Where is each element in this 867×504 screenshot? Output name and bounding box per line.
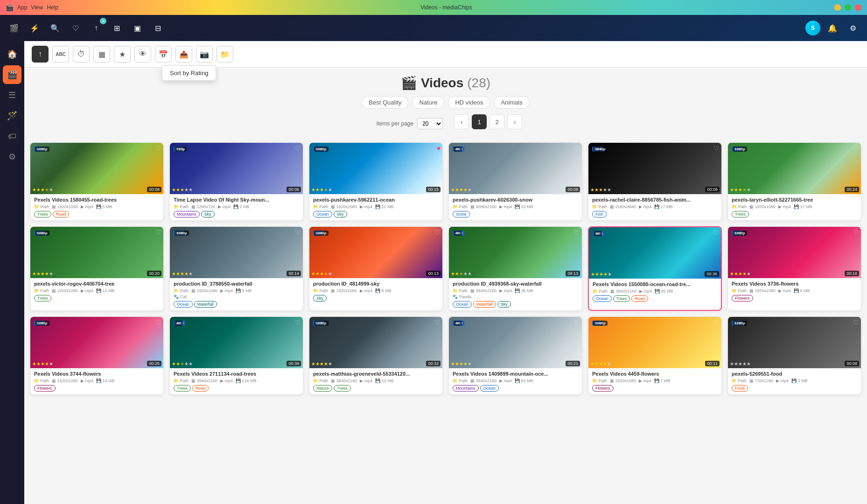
grid2-icon-btn[interactable]: ⊟ (149, 20, 166, 36)
sort-abc-btn[interactable]: ABC (52, 46, 69, 63)
like-button[interactable]: ♡ (853, 319, 859, 326)
search-icon-btn[interactable]: 🔍 (47, 20, 63, 36)
settings-icon-btn[interactable]: ⚙ (845, 20, 861, 36)
like-button[interactable]: ♡ (853, 145, 859, 152)
sort-export-btn[interactable]: 📤 (175, 46, 192, 63)
video-card[interactable]: FHD 1080p ♥ ★★★★★ 00:15 pexels-pushkarev… (309, 142, 443, 221)
video-card[interactable]: UHD 4K ♡ ★★★★★ 00:08 pexels-pushkarev-60… (448, 142, 582, 221)
video-tag[interactable]: Ocean (593, 295, 612, 302)
like-button[interactable]: ♥ (437, 145, 440, 152)
chip-best-quality[interactable]: Best Quality (362, 96, 408, 109)
video-tag[interactable]: Ocean (313, 211, 332, 217)
video-card[interactable]: FHD 1280p ♡ ★★★★★ 00:08 pexels-5269551-f… (727, 316, 861, 395)
video-card[interactable]: FHD 720p ♡ ★★★★★ 00:06 Time Lapse Video … (169, 142, 303, 221)
like-button[interactable]: ♡ (155, 229, 161, 236)
maximize-button[interactable] (845, 4, 851, 11)
like-button[interactable]: ♡ (434, 319, 440, 326)
like-button[interactable]: ♡ (155, 319, 161, 326)
sort-camera-btn[interactable]: 📷 (196, 46, 213, 63)
filter-icon-btn[interactable]: ⚡ (26, 20, 43, 36)
minimize-button[interactable] (834, 4, 841, 11)
video-tag[interactable]: Road (631, 295, 648, 302)
sort-views-btn[interactable]: 👁 (134, 46, 151, 63)
video-card[interactable]: UHD 4K ♡ ★★★★★ 00:21 Pexels Videos 14098… (448, 316, 582, 395)
like-button[interactable]: ♡ (155, 145, 161, 152)
video-tag[interactable]: Trees (174, 385, 191, 392)
page-2-btn[interactable]: 2 (489, 114, 504, 129)
sort-date-btn[interactable]: 📅 (155, 46, 172, 63)
video-card[interactable]: FHD 1080p ♡ ★★★★★ 00:33 pexels-matthias-… (309, 316, 443, 395)
video-tag[interactable]: Trees (334, 385, 351, 392)
chip-nature[interactable]: Nature (412, 96, 444, 109)
video-tag[interactable]: Mountains (453, 385, 479, 392)
like-button[interactable]: ♡ (434, 229, 440, 236)
sidebar-item-list[interactable]: ☰ (3, 86, 21, 105)
video-card[interactable]: FHD 3840p ♡ ★★★★★ 00:06 pexels-rachel-cl… (588, 142, 722, 221)
video-card[interactable]: FHD 1080p ♡ ★★★★★ 00:13 production ID_48… (309, 226, 443, 311)
like-button[interactable]: ♡ (574, 229, 580, 236)
sidebar-item-settings[interactable]: ⚙ (3, 147, 21, 166)
video-card[interactable]: FHD 1080p ♡ ★★★★★ 00:11 Pexels Videos 44… (588, 316, 722, 395)
sort-folder-btn[interactable]: 📁 (217, 46, 233, 63)
video-tag[interactable]: Sky (497, 301, 511, 308)
video-tag[interactable]: Ocean (453, 301, 472, 308)
sidebar-item-video[interactable]: 🎬 (3, 65, 21, 84)
video-card[interactable]: UHD 4K ♡ ★★★★★ 00:39 Pexels Videos 27111… (169, 316, 303, 395)
video-tag[interactable]: Flowers (592, 385, 614, 392)
video-tag[interactable]: Trees (34, 295, 51, 301)
page-1-btn[interactable]: 1 (472, 114, 487, 129)
video-tag[interactable]: Ocean (174, 301, 193, 308)
video-tag[interactable]: Mountains (174, 211, 200, 217)
sort-duration-btn[interactable]: ⏱ (73, 46, 90, 63)
like-button[interactable]: ♡ (853, 229, 859, 236)
sort-rating-btn[interactable]: ★ (114, 46, 131, 63)
video-tag[interactable]: Fish (592, 211, 607, 217)
video-tag[interactable]: Waterfall (194, 301, 217, 308)
video-tag[interactable]: Flowers (34, 385, 56, 392)
video-tag[interactable]: Nature (313, 385, 332, 392)
close-button[interactable] (855, 4, 861, 11)
video-card[interactable]: FHD 1080p ♡ ★★★★★ 00:14 production ID_37… (169, 226, 303, 311)
video-tag[interactable]: Road (53, 211, 70, 217)
sidebar-item-home[interactable]: 🏠 (3, 45, 21, 63)
video-tag[interactable]: Sky (313, 295, 327, 301)
frame-icon-btn[interactable]: ▣ (129, 20, 146, 36)
video-tag[interactable]: Food (732, 385, 748, 392)
video-tag[interactable]: Snow (453, 211, 470, 217)
sort-upload-btn[interactable]: ↑ (32, 46, 49, 63)
grid-icon-btn[interactable]: ⊞ (108, 20, 125, 36)
video-icon-btn[interactable]: 🎬 (6, 20, 22, 36)
video-tag[interactable]: Waterfall (473, 301, 496, 308)
video-tag[interactable]: Flowers (732, 295, 753, 301)
video-tag[interactable]: Trees (613, 295, 630, 302)
like-button[interactable]: ♡ (295, 319, 301, 326)
like-button[interactable]: ♡ (295, 229, 301, 236)
chip-hd-videos[interactable]: HD videos (448, 96, 490, 109)
favorites-icon-btn[interactable]: ♡ (67, 20, 84, 36)
prev-page-btn[interactable]: ‹ (454, 114, 469, 129)
video-tag[interactable]: Trees (34, 211, 51, 217)
video-tag[interactable]: Trees (732, 211, 749, 217)
menu-view[interactable]: View (31, 4, 43, 11)
video-card[interactable]: UHD 4K ♡ ★★★★★ 09:13 production ID_49393… (448, 226, 582, 311)
items-per-page-select[interactable]: 10 20 50 100 (417, 118, 443, 129)
next-page-btn[interactable]: › (507, 114, 522, 129)
chip-animals[interactable]: Animals (494, 96, 529, 109)
sort-resolution-btn[interactable]: ▦ (93, 46, 110, 63)
notifications-icon-btn[interactable]: 🔔 (824, 20, 841, 36)
video-tag[interactable]: Sky (334, 211, 347, 217)
user-avatar[interactable]: S (805, 21, 820, 35)
menu-help[interactable]: Help (47, 4, 58, 11)
sidebar-item-wand[interactable]: 🪄 (3, 106, 21, 125)
video-card[interactable]: UHD 4K ♡ ★★★★★ 00:36 Pexels Videos 15500… (588, 226, 722, 311)
video-card[interactable]: FHD 1080p ♡ ★★★★★ 00:16 Pexels Videos 37… (727, 226, 861, 311)
video-tag[interactable]: Sky (201, 211, 215, 217)
video-card[interactable]: FHD 1080p ♡ ★★★★★ 00:20 pexels-victor-ro… (30, 226, 164, 311)
like-button[interactable]: ♡ (713, 319, 720, 326)
video-card[interactable]: FHD 1080p ♡ ★★★★★ 00:24 pexels-taryn-ell… (727, 142, 861, 221)
like-button[interactable]: ♡ (574, 145, 580, 152)
upload-icon-btn[interactable]: ↑ ★ (88, 20, 105, 36)
video-card[interactable]: FHD 1080p ♡ ★★★★★ 00:25 Pexels Videos 37… (30, 316, 164, 395)
video-card[interactable]: FHD 1080p ♡ ★★★★★ 00:08 Pexels Videos 15… (30, 142, 164, 221)
video-tag[interactable]: Road (192, 385, 209, 392)
